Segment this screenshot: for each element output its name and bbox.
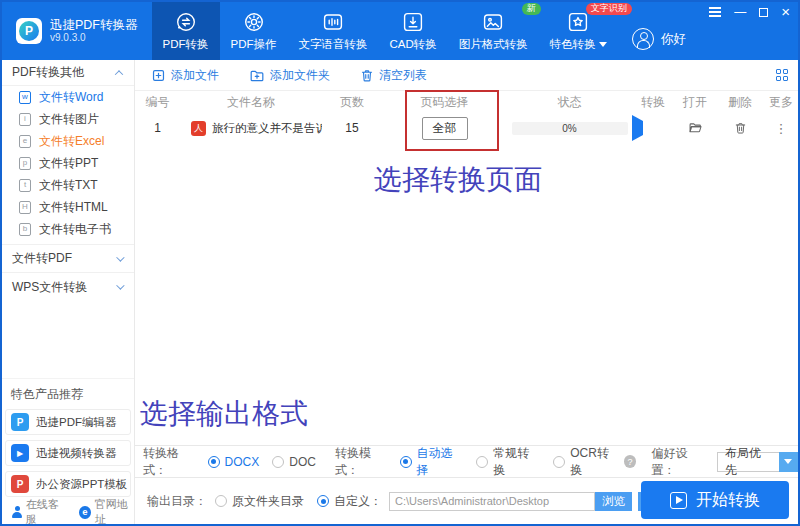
tab-featured-convert[interactable]: 文字识别 特色转换 xyxy=(539,2,618,60)
doc-image-icon: i xyxy=(19,113,31,126)
play-square-icon xyxy=(670,492,687,509)
ppt-template-icon: P xyxy=(11,475,29,493)
maximize-icon[interactable] xyxy=(759,6,768,18)
option-docx[interactable]: DOCX xyxy=(225,455,260,469)
radio-normal[interactable] xyxy=(476,456,488,468)
radio-custom[interactable] xyxy=(317,495,329,507)
item-label: 文件转电子书 xyxy=(39,221,111,238)
chevron-up-icon xyxy=(115,70,123,78)
image-icon xyxy=(481,10,505,34)
option-normal[interactable]: 常规转换 xyxy=(493,445,540,479)
doc-ppt-icon: p xyxy=(19,157,31,170)
brand: P 迅捷PDF转换器 v9.0.3.0 xyxy=(2,2,152,60)
pdf-file-icon: 人 xyxy=(191,121,206,136)
item-label: 文件转HTML xyxy=(39,199,108,216)
promo-pdf-editor[interactable]: P 迅捷PDF编辑器 xyxy=(5,409,131,435)
tab-label: 特色转换 xyxy=(550,37,596,52)
radio-ocr[interactable] xyxy=(553,456,565,468)
conversion-settings-row: 转换格式： DOCX DOC 转换模式： 自动选择 常规转换 OCR转换 ? 偏… xyxy=(135,445,798,478)
browse-button[interactable]: 浏览 xyxy=(595,492,632,511)
option-doc[interactable]: DOC xyxy=(289,455,316,469)
sidebar-item-to-ebook[interactable]: b 文件转电子书 xyxy=(2,218,134,240)
promo-ppt-templates[interactable]: P 办公资源PPT模板 xyxy=(5,471,131,497)
sidebar-item-to-txt[interactable]: t 文件转TXT xyxy=(2,174,134,196)
sidebar-item-to-image[interactable]: i 文件转图片 xyxy=(2,108,134,130)
doc-html-icon: H xyxy=(19,201,31,214)
user-account[interactable]: 你好 xyxy=(632,28,686,50)
doc-excel-icon: e xyxy=(19,135,31,148)
col-index: 编号 xyxy=(135,94,180,111)
menu-icon[interactable] xyxy=(709,6,721,18)
row-index: 1 xyxy=(135,121,180,135)
option-source-folder[interactable]: 原文件夹目录 xyxy=(232,493,304,510)
sidebar-footer: 在线客服 e 官网地址 xyxy=(2,502,134,522)
tab-label: PDF操作 xyxy=(231,37,277,52)
sidebar-section-to-pdf[interactable]: 文件转PDF xyxy=(2,244,134,272)
option-custom[interactable]: 自定义： xyxy=(334,493,382,510)
sidebar-item-to-ppt[interactable]: p 文件转PPT xyxy=(2,152,134,174)
start-convert-button[interactable]: 开始转换 xyxy=(641,481,789,519)
col-status: 状态 xyxy=(507,94,632,111)
option-ocr[interactable]: OCR转换 xyxy=(570,445,619,479)
minimize-icon[interactable]: — xyxy=(734,6,746,18)
option-auto[interactable]: 自动选择 xyxy=(417,445,464,479)
output-path-input[interactable] xyxy=(389,492,595,511)
file-name: 旅行的意义并不是告诉别人.pdf xyxy=(212,121,322,136)
delete-row-icon[interactable] xyxy=(716,121,764,135)
sidebar-item-to-html[interactable]: H 文件转HTML xyxy=(2,196,134,218)
add-folder-icon xyxy=(249,68,265,83)
section-title: WPS文件转换 xyxy=(12,279,87,296)
chevron-down-icon xyxy=(599,42,607,47)
website-icon: e xyxy=(79,506,91,519)
item-label: 文件转PPT xyxy=(39,155,98,172)
grid-view-icon[interactable] xyxy=(776,69,788,81)
tab-pdf-operate[interactable]: PDF操作 xyxy=(220,2,288,60)
radio-source-folder[interactable] xyxy=(215,495,227,507)
app-window: P 迅捷PDF转换器 v9.0.3.0 PDF转换 xyxy=(0,0,800,526)
sidebar-section-pdf-other[interactable]: PDF转换其他 xyxy=(2,60,134,86)
doc-ebook-icon: b xyxy=(19,223,31,236)
sidebar-item-to-word[interactable]: w 文件转Word xyxy=(2,86,134,108)
close-icon[interactable]: × xyxy=(781,6,790,18)
audio-wave-icon xyxy=(321,10,345,34)
tab-pdf-convert[interactable]: PDF转换 xyxy=(152,2,220,60)
radio-docx[interactable] xyxy=(208,456,220,468)
app-logo-icon: P xyxy=(16,18,42,44)
online-support-link[interactable]: 在线客服 xyxy=(11,497,65,526)
tab-image-format-convert[interactable]: 新 特色转换 图片格式转换 xyxy=(448,2,539,60)
tab-label: 图片格式转换 xyxy=(459,37,528,52)
add-folder-button[interactable]: 添加文件夹 xyxy=(249,67,330,84)
tab-text-speech-convert[interactable]: 文字语音转换 xyxy=(288,2,379,60)
tab-label: 文字语音转换 xyxy=(299,37,368,52)
avatar-icon xyxy=(632,28,654,50)
radio-doc[interactable] xyxy=(272,456,284,468)
product-label: 迅捷视频转换器 xyxy=(36,446,117,461)
sidebar-item-to-excel[interactable]: e 文件转Excel xyxy=(2,130,134,152)
convert-play-icon[interactable] xyxy=(632,115,643,141)
dropdown-arrow-icon xyxy=(779,452,798,472)
chevron-down-icon xyxy=(116,253,124,261)
more-options-icon[interactable]: ⋮ xyxy=(764,121,798,136)
col-more: 更多 xyxy=(764,94,798,111)
official-site-link[interactable]: e 官网地址 xyxy=(79,497,134,526)
open-folder-icon[interactable] xyxy=(674,121,716,135)
add-file-button[interactable]: 添加文件 xyxy=(151,67,219,84)
col-delete: 删除 xyxy=(716,94,764,111)
add-file-icon xyxy=(151,68,166,83)
preference-dropdown[interactable]: 布局优先 xyxy=(717,452,798,472)
header: P 迅捷PDF转换器 v9.0.3.0 PDF转换 xyxy=(2,2,798,60)
tab-cad-convert[interactable]: CAD转换 xyxy=(379,2,448,60)
clear-list-button[interactable]: 清空列表 xyxy=(360,67,427,84)
col-pages: 页数 xyxy=(322,94,382,111)
annotation-select-pages: 选择转换页面 xyxy=(374,161,542,199)
nav-tabs: PDF转换 PDF操作 文字语音转换 xyxy=(152,2,618,60)
page-select-button[interactable]: 全部 xyxy=(422,117,468,140)
help-icon[interactable]: ? xyxy=(624,455,637,468)
sidebar-section-wps[interactable]: WPS文件转换 xyxy=(2,272,134,301)
progress-bar: 0% xyxy=(512,122,628,135)
format-label: 转换格式： xyxy=(143,445,202,479)
col-filename: 文件名称 xyxy=(180,94,322,111)
item-label: 文件转TXT xyxy=(39,177,98,194)
promo-video-converter[interactable]: ▶ 迅捷视频转换器 xyxy=(5,440,131,466)
radio-auto[interactable] xyxy=(400,456,412,468)
